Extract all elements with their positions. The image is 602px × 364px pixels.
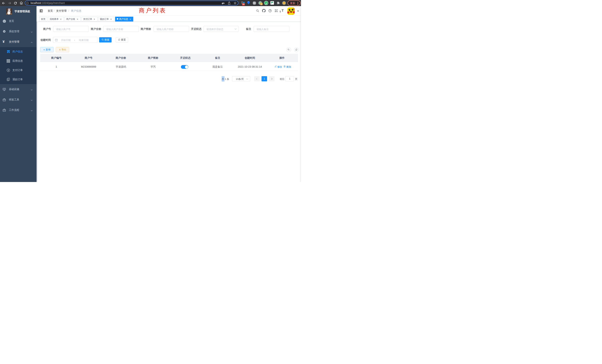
- svg-text:¥: ¥: [8, 69, 9, 71]
- svg-text:y: y: [265, 2, 267, 4]
